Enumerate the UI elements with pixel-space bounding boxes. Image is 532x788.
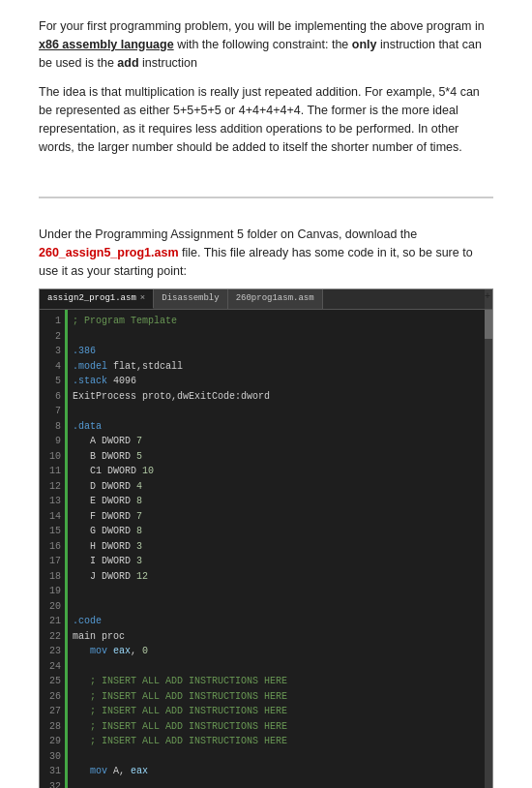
scrollbar-thumb[interactable] — [485, 310, 492, 339]
section-bottom: Under the Programming Assignment 5 folde… — [39, 216, 493, 788]
para2: The idea is that multiplication is reall… — [39, 83, 493, 156]
tab-label-3: 260prog1asm.asm — [236, 292, 314, 306]
tab-disassembly[interactable]: Disassembly — [154, 289, 227, 309]
intro-link[interactable]: 260_assign5_prog1.asm — [39, 246, 179, 259]
para1-bold: only — [352, 38, 377, 51]
para1: For your first programming problem, you … — [39, 17, 493, 72]
section-top: For your first programming problem, you … — [39, 10, 493, 187]
para1-before: For your first programming problem, you … — [39, 19, 485, 33]
para1-middle: with the following constraint: the — [174, 38, 352, 51]
para1-end: instruction — [139, 56, 197, 70]
tab-label-2: Disassembly — [162, 292, 219, 306]
green-bar — [65, 310, 68, 788]
page-container: For your first programming problem, you … — [0, 0, 532, 788]
intro-before: Under the Programming Assignment 5 folde… — [39, 227, 417, 241]
para1-link: x86 assembly language — [39, 38, 174, 51]
para1-add: add — [117, 56, 138, 70]
line-numbers: 1 2 3 4 5 6 7 8 9 10 11 12 13 14 15 16 1 — [40, 314, 67, 788]
scrollbar-vertical[interactable] — [485, 310, 492, 788]
tab-260prog1[interactable]: 260prog1asm.asm — [228, 289, 323, 309]
editor-tabs: assign2_prog1.asm × Disassembly 260prog1… — [40, 289, 492, 311]
section-bottom-intro: Under the Programming Assignment 5 folde… — [39, 226, 493, 280]
code-editor[interactable]: assign2_prog1.asm × Disassembly 260prog1… — [39, 288, 493, 789]
tab-close-1[interactable]: × — [140, 292, 145, 306]
tab-scrollbar[interactable]: + — [485, 289, 492, 310]
code-content: ; Program Template .386 .model flat,stdc… — [67, 314, 492, 788]
tab-assign2-prog1[interactable]: assign2_prog1.asm × — [40, 289, 154, 310]
section-divider — [39, 197, 493, 198]
code-body: 1 2 3 4 5 6 7 8 9 10 11 12 13 14 15 16 1 — [40, 310, 492, 788]
tab-label-1: assign2_prog1.asm — [47, 292, 136, 306]
